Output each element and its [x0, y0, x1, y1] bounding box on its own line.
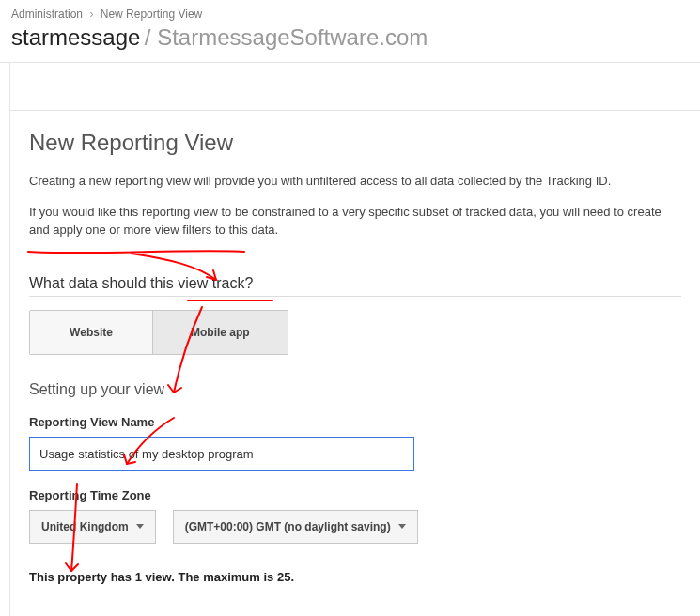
track-option-website[interactable]: Website — [30, 311, 152, 354]
timezone-field: Reporting Time Zone United Kingdom (GMT+… — [29, 488, 681, 544]
track-type-toggle: Website Mobile app — [29, 310, 288, 355]
caret-down-icon — [398, 524, 406, 529]
divider — [10, 110, 700, 111]
timezone-country-value: United Kingdom — [41, 520, 129, 533]
view-name-input[interactable] — [29, 437, 414, 471]
view-name-field: Reporting View Name — [29, 415, 681, 471]
timezone-offset-value: (GMT+00:00) GMT (no daylight saving) — [185, 520, 391, 533]
timezone-country-dropdown[interactable]: United Kingdom — [29, 510, 156, 544]
breadcrumb-current: New Reporting View — [101, 8, 203, 21]
page-header: starmessage / StarmessageSoftware.com — [0, 24, 700, 63]
breadcrumb-root[interactable]: Administration — [11, 8, 83, 21]
view-limit-note: This property has 1 view. The maximum is… — [29, 570, 681, 584]
page-desc-2: If you would like this reporting view to… — [29, 204, 681, 239]
caret-down-icon — [136, 524, 144, 529]
content: New Reporting View Creating a new report… — [9, 63, 700, 616]
property-name: / StarmessageSoftware.com — [145, 24, 428, 50]
timezone-offset-dropdown[interactable]: (GMT+00:00) GMT (no daylight saving) — [173, 510, 418, 544]
view-name-label: Reporting View Name — [29, 415, 681, 429]
breadcrumb-sep: › — [89, 8, 93, 21]
timezone-label: Reporting Time Zone — [29, 488, 681, 502]
setup-heading: Setting up your view — [29, 381, 681, 398]
account-name: starmessage — [11, 24, 140, 50]
track-heading: What data should this view track? — [29, 275, 681, 297]
page-title: New Reporting View — [29, 130, 681, 156]
track-option-mobile-app[interactable]: Mobile app — [152, 311, 288, 354]
breadcrumb: Administration › New Reporting View — [0, 0, 700, 24]
page-desc-1: Creating a new reporting view will provi… — [29, 173, 681, 191]
